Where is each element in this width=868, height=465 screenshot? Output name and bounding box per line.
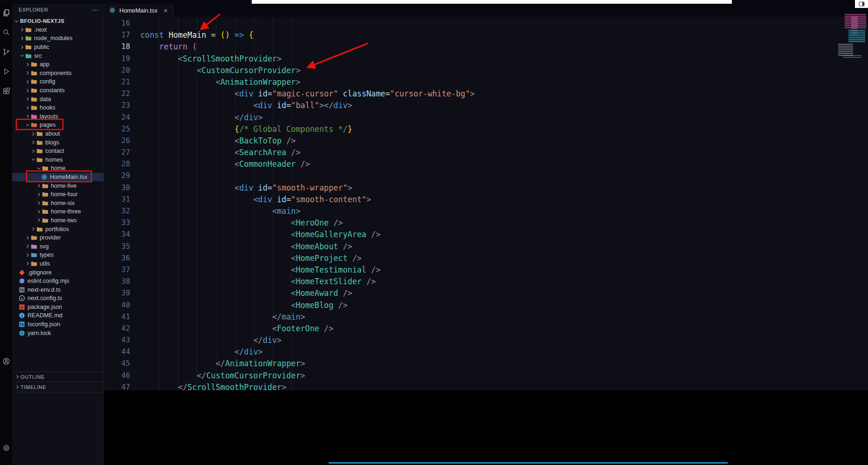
tree-item-label: home-six: [50, 200, 75, 206]
tree-item--gitignore[interactable]: .gitignore: [12, 268, 103, 277]
tree-item-home-two[interactable]: home-two: [12, 216, 103, 225]
code-line-22[interactable]: 22 <div id="magic-cursor" className="cur…: [104, 88, 868, 100]
chevron-right-icon: [24, 234, 31, 241]
code-line-31[interactable]: 31 <div id="smooth-content">: [104, 194, 868, 205]
code-line-35[interactable]: 35 <HomeAbout />: [104, 241, 868, 253]
folder-layouts-icon: [31, 113, 39, 120]
tree-item-layouts[interactable]: layouts: [12, 112, 103, 121]
more-actions-icon[interactable]: ⋯: [92, 6, 99, 14]
code-line-40[interactable]: 40 <HomeBlog />: [104, 300, 868, 311]
tree-item-readme-md[interactable]: iREADME.md: [12, 311, 103, 320]
tree-item-about[interactable]: about: [12, 130, 103, 138]
tree-item-portfolios[interactable]: portfolios: [12, 225, 103, 233]
tree-item-next-config-ts[interactable]: Nnext.config.ts: [12, 294, 103, 303]
tree-item-config[interactable]: config: [12, 77, 103, 86]
source-control-icon[interactable]: [0, 46, 12, 58]
tree-item-label: config: [39, 78, 55, 85]
tree-item-home-six[interactable]: home-six: [12, 198, 103, 207]
file-tree: BFOLIO-NEXTJS.nextnode_modulespublicsrca…: [12, 17, 103, 337]
code-line-39[interactable]: 39 <HomeAward />: [104, 287, 868, 299]
tree-item-pages[interactable]: pages: [12, 121, 103, 130]
code-line-27[interactable]: 27 <SearchArea />: [104, 147, 868, 158]
tree-item-homemain-tsx[interactable]: HomeMain.tsx: [12, 173, 103, 182]
panel-outline[interactable]: OUTLINE: [12, 371, 103, 382]
tree-item-hooks[interactable]: hooks: [12, 103, 103, 112]
panel-timeline[interactable]: TIMELINE: [12, 382, 103, 392]
explorer-icon[interactable]: [0, 7, 12, 19]
tree-item-types[interactable]: types: [12, 251, 103, 260]
tree-item-data[interactable]: data: [12, 95, 103, 103]
code-line-38[interactable]: 38 <HomeTextSlider />: [104, 276, 868, 287]
minimap[interactable]: [836, 14, 867, 59]
code-line-34[interactable]: 34 <HomeGalleryArea />: [104, 229, 868, 240]
code-line-25[interactable]: 25 {/* Global Components */}: [104, 123, 868, 135]
code-line-30[interactable]: 30 <div id="smooth-wrapper">: [104, 182, 868, 194]
code-line-46[interactable]: 46 </CustomCursorProvider>: [104, 370, 868, 382]
tree-item-home-three[interactable]: home-three: [12, 207, 103, 216]
tree-item-components[interactable]: components: [12, 69, 103, 78]
tree-item-provider[interactable]: provider: [12, 233, 103, 242]
tab-homemain-tsx[interactable]: HomeMain.tsx×: [104, 4, 173, 17]
tree-item-home-four[interactable]: home-four: [12, 190, 103, 199]
tree-item-utils[interactable]: utils: [12, 260, 103, 268]
tree-item-node-modules[interactable]: node_modules: [12, 34, 103, 43]
line-number: 28: [104, 158, 140, 170]
search-icon[interactable]: [0, 26, 12, 38]
code-line-16[interactable]: 16: [104, 18, 868, 29]
tree-item-src[interactable]: src: [12, 51, 103, 60]
tree-item-contact[interactable]: contact: [12, 147, 103, 156]
tree-item-tsconfig-json[interactable]: TStsconfig.json: [12, 320, 103, 329]
tree-item-label: contact: [45, 148, 64, 154]
code-line-19[interactable]: 19 <ScrollSmoothProvider>: [104, 53, 868, 65]
code-line-21[interactable]: 21 <AnimationWrapper>: [104, 76, 868, 88]
code-line-45[interactable]: 45 </AnimationWrapper>: [104, 358, 868, 369]
code-line-42[interactable]: 42 <FooterOne />: [104, 323, 868, 335]
tree-item-blogs[interactable]: blogs: [12, 138, 103, 147]
tree-item-next-env-d-ts[interactable]: TSnext-env.d.ts: [12, 285, 103, 294]
tree-item-svg[interactable]: svg: [12, 242, 103, 251]
tree-item-app[interactable]: app: [12, 60, 103, 69]
code-line-33[interactable]: 33 <HeroOne />: [104, 217, 868, 229]
tree-item-bfolio-nextjs[interactable]: BFOLIO-NEXTJS: [12, 17, 103, 26]
line-number: 44: [104, 346, 140, 358]
tree-item-public[interactable]: public: [12, 43, 103, 52]
code-line-32[interactable]: 32 <main>: [104, 205, 868, 217]
tree-item-yarn-lock[interactable]: Yyarn.lock: [12, 328, 103, 337]
tree-item-label: yarn.lock: [27, 330, 51, 336]
code-line-29[interactable]: 29: [104, 170, 868, 182]
code-line-44[interactable]: 44 </div>: [104, 346, 868, 358]
code-line-18[interactable]: 18 return (: [104, 41, 868, 53]
tree-item-eslint-config-mjs[interactable]: eslint.config.mjs: [12, 277, 103, 286]
line-number: 29: [104, 170, 140, 182]
editor-area: HomeMain.tsx× 1617const HomeMain = () =>…: [104, 4, 868, 465]
code-line-41[interactable]: 41 </main>: [104, 311, 868, 323]
code-line-23[interactable]: 23 <div id="ball"></div>: [104, 100, 868, 111]
tree-item-label: next.config.ts: [27, 295, 62, 301]
tree-item-home-five[interactable]: home-five: [12, 181, 103, 190]
tree-item-home[interactable]: home: [12, 164, 103, 173]
tree-item--next[interactable]: .next: [12, 26, 103, 34]
tree-item-constants[interactable]: constants: [12, 86, 103, 95]
tree-item-label: components: [39, 70, 72, 76]
chevron-right-icon: [24, 243, 31, 250]
code-line-26[interactable]: 26 <BackToTop />: [104, 135, 868, 147]
code-line-24[interactable]: 24 </div>: [104, 112, 868, 123]
line-number: 21: [104, 76, 140, 88]
folder-node-icon: [25, 35, 34, 42]
tree-item-homes[interactable]: homes: [12, 156, 103, 164]
code-line-36[interactable]: 36 <HomeProject />: [104, 253, 868, 264]
close-icon[interactable]: ×: [164, 7, 168, 14]
code-line-28[interactable]: 28 <CommonHeader />: [104, 158, 868, 170]
tree-item-package-json[interactable]: npackage.json: [12, 303, 103, 312]
layout-toggle-button[interactable]: [855, 0, 868, 8]
accounts-icon[interactable]: [0, 355, 12, 367]
code-line-17[interactable]: 17const HomeMain = () => {: [104, 29, 868, 41]
settings-gear-icon[interactable]: [0, 442, 12, 454]
code-line-37[interactable]: 37 <HomeTestimonial />: [104, 264, 868, 276]
chevron-down-icon: [19, 53, 25, 59]
code-line-43[interactable]: 43 </div>: [104, 335, 868, 346]
run-debug-icon[interactable]: [0, 65, 12, 77]
svg-text:N: N: [21, 297, 23, 301]
extensions-icon[interactable]: [0, 85, 12, 97]
code-line-20[interactable]: 20 <CustomCursorProvider>: [104, 65, 868, 76]
